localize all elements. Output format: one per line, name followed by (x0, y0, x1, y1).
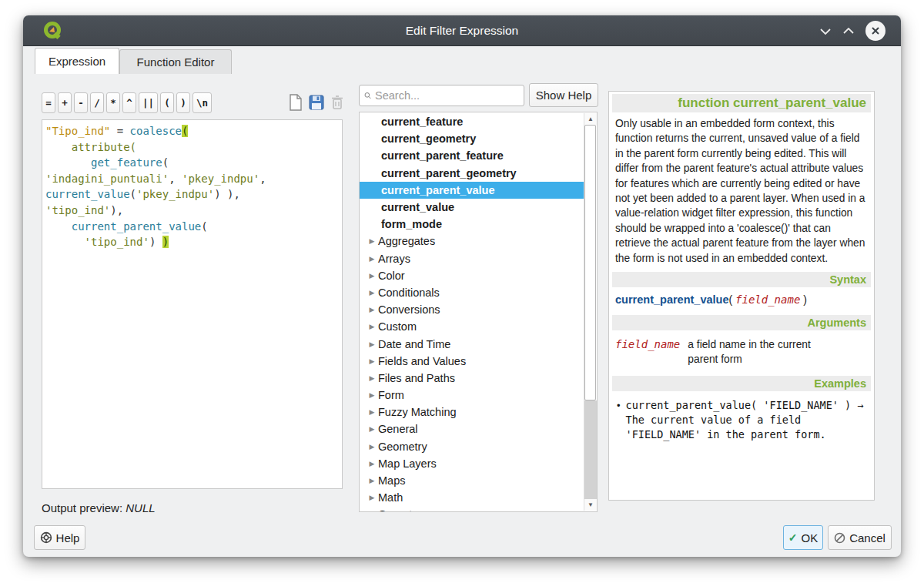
function-label: Date and Time (378, 338, 450, 350)
cancel-icon (834, 532, 845, 544)
ok-button-label: OK (802, 531, 819, 544)
function-label: Maps (378, 474, 405, 487)
expand-triangle-icon[interactable]: ▶ (366, 357, 378, 365)
expand-triangle-icon[interactable]: ▶ (366, 306, 378, 313)
tab-function-editor[interactable]: Function Editor (119, 49, 232, 74)
function-group-row[interactable]: ▶Files and Paths (360, 370, 584, 387)
function-item-row[interactable]: form_mode (360, 216, 584, 233)
expand-triangle-icon[interactable]: ▶ (366, 289, 378, 297)
expand-triangle-icon[interactable]: ▶ (366, 443, 378, 451)
function-label: Arrays (378, 253, 410, 265)
function-item-row[interactable]: current_parent_feature (360, 147, 584, 164)
function-help-panel: function current_parent_value Only usabl… (608, 91, 875, 501)
scrollbar-down-icon[interactable]: ▼ (584, 499, 597, 511)
help-argument-row: field_name a field name in the current p… (612, 330, 871, 371)
help-lifering-icon (40, 531, 52, 544)
operator-button[interactable]: ( (160, 92, 174, 113)
expand-triangle-icon[interactable]: ▶ (366, 272, 378, 280)
function-item-row[interactable]: current_value (360, 199, 584, 216)
function-group-row[interactable]: ▶Form (360, 387, 584, 404)
function-group-row[interactable]: ▶Fuzzy Matching (360, 404, 584, 420)
function-label: current_feature (381, 116, 463, 128)
code-line: "Tipo_ind" = coalesce( (45, 123, 339, 139)
expand-triangle-icon[interactable]: ▶ (366, 237, 378, 245)
close-window-icon[interactable] (865, 21, 886, 41)
cancel-button[interactable]: Cancel (828, 525, 892, 550)
show-help-button[interactable]: Show Help (529, 83, 598, 107)
help-button[interactable]: Help (34, 525, 85, 550)
function-label: Math (378, 491, 403, 504)
help-examples: • current_parent_value( 'FIELD_NAME' ) →… (612, 391, 871, 442)
expand-triangle-icon[interactable]: ▶ (366, 340, 378, 348)
function-group-row[interactable]: ▶Conditionals (360, 284, 584, 301)
help-title: function current_parent_value (612, 94, 871, 112)
ok-check-icon: ✓ (788, 531, 798, 544)
ok-button[interactable]: ✓ OK (783, 525, 823, 550)
cancel-button-label: Cancel (849, 531, 886, 544)
code-line: 'tipo_ind') ) (45, 234, 339, 250)
tab-expression[interactable]: Expression (35, 48, 119, 74)
save-expression-icon[interactable] (307, 92, 325, 112)
expand-triangle-icon[interactable]: ▶ (366, 374, 378, 382)
function-label: Operators (378, 508, 427, 512)
delete-expression-icon[interactable] (328, 92, 346, 112)
function-item-row[interactable]: current_parent_value (360, 182, 584, 199)
expand-triangle-icon[interactable]: ▶ (366, 460, 378, 467)
operator-button[interactable]: - (74, 92, 88, 113)
function-label: Fuzzy Matching (378, 406, 457, 418)
expand-triangle-icon[interactable]: ▶ (366, 477, 378, 484)
help-description: Only usable in an embedded form context,… (612, 112, 871, 267)
function-group-row[interactable]: ▶Math (360, 489, 584, 506)
operator-button[interactable]: ^ (122, 92, 136, 113)
code-line: attribute( (45, 139, 339, 156)
operator-button[interactable]: = (42, 92, 55, 113)
function-group-row[interactable]: ▶Geometry (360, 438, 584, 455)
operator-button[interactable]: || (139, 92, 158, 113)
scrollbar-groove (584, 400, 597, 499)
function-group-row[interactable]: ▶Date and Time (360, 335, 584, 352)
expand-triangle-icon[interactable]: ▶ (366, 255, 378, 263)
operator-button[interactable]: ) (176, 92, 190, 113)
operator-button[interactable]: * (106, 92, 120, 113)
minimize-window-icon[interactable] (839, 22, 858, 39)
function-group-row[interactable]: ▶Maps (360, 472, 584, 489)
function-item-row[interactable]: current_parent_geometry (360, 165, 584, 182)
function-group-row[interactable]: ▶Conversions (360, 301, 584, 318)
shade-window-icon[interactable] (816, 22, 835, 39)
function-group-row[interactable]: ▶Map Layers (360, 455, 584, 472)
search-icon (364, 90, 371, 101)
function-list-scrollbar[interactable]: ▲ ▼ (584, 113, 596, 511)
expand-triangle-icon[interactable]: ▶ (366, 511, 378, 512)
scrollbar-up-icon[interactable]: ▲ (584, 113, 597, 125)
function-group-row[interactable]: ▶Aggregates (360, 233, 584, 250)
function-group-row[interactable]: ▶Arrays (360, 250, 584, 267)
tab-bar: Expression Function Editor (23, 46, 901, 73)
function-search (359, 85, 524, 106)
expand-triangle-icon[interactable]: ▶ (366, 323, 378, 330)
function-item-row[interactable]: current_feature (360, 113, 584, 130)
operator-button[interactable]: / (90, 92, 104, 113)
expand-triangle-icon[interactable]: ▶ (366, 391, 378, 399)
function-label: Conditionals (378, 286, 440, 299)
edit-filter-expression-dialog: Edit Filter Expression Expression Functi… (23, 15, 901, 557)
function-group-row[interactable]: ▶Operators (360, 506, 584, 512)
function-item-row[interactable]: current_geometry (360, 130, 584, 147)
expression-editor[interactable]: "Tipo_ind" = coalesce( attribute( get_fe… (42, 119, 343, 489)
operator-button[interactable]: \n (192, 92, 212, 113)
function-group-row[interactable]: ▶Fields and Values (360, 353, 584, 370)
new-expression-icon[interactable] (286, 92, 304, 112)
scrollbar-thumb[interactable] (584, 125, 596, 400)
search-input[interactable] (375, 89, 519, 102)
function-group-row[interactable]: ▶Custom (360, 318, 584, 335)
help-syntax-header: Syntax (612, 272, 871, 287)
code-line: get_feature( (45, 155, 339, 171)
operator-toolbar: =+-/*^||()\n (42, 92, 212, 113)
expand-triangle-icon[interactable]: ▶ (366, 425, 378, 433)
expand-triangle-icon[interactable]: ▶ (366, 408, 378, 416)
expand-triangle-icon[interactable]: ▶ (366, 494, 378, 501)
function-label: form_mode (381, 218, 442, 230)
titlebar[interactable]: Edit Filter Expression (23, 15, 901, 46)
function-group-row[interactable]: ▶Color (360, 267, 584, 284)
operator-button[interactable]: + (58, 92, 72, 113)
function-group-row[interactable]: ▶General (360, 420, 584, 437)
